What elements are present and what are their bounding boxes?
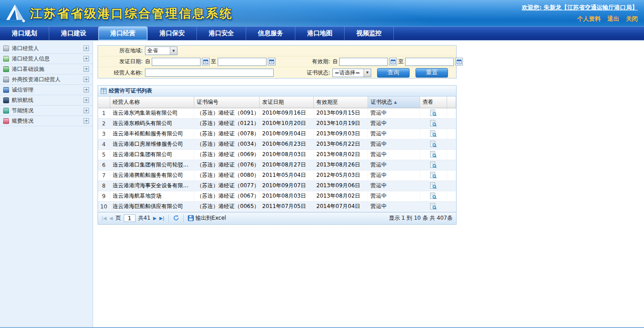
cert-status-value: =请选择= [333,69,364,77]
sidebar-item[interactable]: 外商投资港口经营人 + [0,74,93,85]
reset-button[interactable]: 重置 [415,68,448,78]
row-number: 7 [98,170,110,180]
nav-tab[interactable]: 港口建设 [49,27,98,40]
sidebar-item-label: 节能情况 [12,107,81,115]
view-button[interactable] [430,110,437,116]
row-number: 3 [98,129,110,139]
view-button[interactable] [430,141,437,148]
prev-page-button[interactable]: ◀ [109,216,113,221]
view-button[interactable] [430,203,437,210]
header-link[interactable]: 关闭 [626,15,638,23]
expand-plus-icon[interactable]: + [84,87,89,92]
nav-tab[interactable]: 港口经营 [98,27,148,40]
region-select[interactable]: 全省 ▼ [145,46,177,55]
operator-name-cell: 连云港丰裕船舶服务有限公司 [110,129,194,139]
header-link[interactable]: 个人资料 [577,15,601,23]
issue-date-from-input[interactable] [152,58,201,66]
cert-status-select[interactable]: =请选择= ▼ [332,69,371,77]
cert-status-label: 证书状态: [294,69,332,77]
calendar-icon[interactable] [389,58,397,65]
sidebar-item[interactable]: 规费情况 + [0,116,93,126]
table-row: 9 连云港海航基地货场 （苏连）港经证（0067）号 2010年08月03日 2… [98,191,456,201]
calendar-icon[interactable] [455,58,463,65]
sidebar-item-label: 港口基础设施 [12,65,81,73]
header-links: 个人资料 退出 关闭 [577,15,638,23]
license-table: 经营人名称 证书编号 发证日期 有效期至 证书状态▲ 查看 1 [98,97,456,212]
expand-plus-icon[interactable]: + [84,77,89,82]
filler-cell [447,191,456,201]
col-cert-status-label: 证书状态 [371,99,392,105]
refresh-icon[interactable] [173,215,179,222]
nav-tab[interactable]: 港口安全 [197,27,246,40]
sidebar-item[interactable]: 港口基础设施 + [0,64,93,74]
header-link[interactable]: 退出 [607,15,619,23]
issue-date-cell: 2011年07月05日 [259,201,313,212]
col-cert-no[interactable]: 证书编号 [194,97,259,108]
row-number: 6 [98,160,110,170]
row-number: 5 [98,149,110,160]
sidebar-item[interactable]: 航班航线 + [0,95,93,106]
record-count-summary: 显示 1 到 10 条 共 407条 [389,214,453,222]
view-button[interactable] [430,172,437,179]
nav-tab-label: 港口经营 [110,29,135,37]
welcome-text: 欢迎您: 朱新龙【江苏省交通运输厅港口局】 [522,4,638,12]
chevron-down-icon: ▼ [364,69,371,77]
sidebar-item[interactable]: 诚信管理 + [0,85,93,95]
view-button[interactable] [430,193,437,199]
form-row-operator: 经营人名称: 证书状态: =请选择= ▼ 查询 重置 [98,67,456,78]
divider [183,214,184,222]
expand-plus-icon[interactable]: + [84,66,89,72]
nav-tab[interactable]: 港口保安 [148,27,197,40]
first-page-button[interactable]: |◀ [102,216,107,221]
valid-until-cell: 2014年07月04日 [313,201,368,212]
view-button[interactable] [430,151,437,158]
validity-to-input[interactable] [405,58,454,66]
main-nav: 港口规划 港口建设 港口经营 港口保安 港口安全 信息服务 港口地图 [0,26,644,40]
cert-no-cell: （苏连）港经证（0121）号 [194,118,259,129]
query-button[interactable]: 查询 [377,68,410,78]
export-excel-button[interactable]: 输出到Excel [188,214,226,222]
page-number-input[interactable] [124,214,135,222]
expand-plus-icon[interactable]: + [84,118,89,124]
nav-tab-label: 港口建设 [61,29,86,37]
col-operator-name[interactable]: 经营人名称 [110,97,194,108]
sidebar: 港口经营人 + 港口经营人信息 + 港口基础设施 + 外商投资港 [0,41,93,327]
operator-name-cell: 连云港港口集团有限公司 [110,149,194,160]
view-button[interactable] [430,162,437,168]
table-icon [101,88,107,94]
expand-plus-icon[interactable]: + [84,97,89,103]
filler-cell [447,149,456,160]
sidebar-item[interactable]: 节能情况 + [0,106,93,116]
status-cell: 营运中 [368,139,420,149]
nav-tab[interactable]: 港口规划 [0,27,49,40]
validity-from-input[interactable] [339,58,388,66]
credit-icon [3,87,9,93]
calendar-icon[interactable] [202,58,210,65]
view-button[interactable] [430,182,437,189]
filler-cell [447,108,456,118]
issue-date-label: 发证日期: [98,58,145,65]
view-button[interactable] [430,130,437,137]
sidebar-item[interactable]: 港口经营人 + [0,43,93,54]
col-cert-status[interactable]: 证书状态▲ [368,97,420,108]
calendar-icon[interactable] [268,58,275,65]
issue-date-to-input[interactable] [218,58,266,66]
license-grid-panel: 经营许可证书列表 经营人名称 证书编号 发证日期 [98,85,457,225]
expand-plus-icon[interactable]: + [84,46,89,51]
filler-cell [447,170,456,180]
next-page-button[interactable]: ▶ [153,216,157,221]
col-valid-until[interactable]: 有效期至 [313,97,368,108]
col-issue-date[interactable]: 发证日期 [259,97,313,108]
nav-tab[interactable]: 港口地图 [295,27,345,40]
view-button[interactable] [430,120,437,127]
cert-no-cell: （苏连）港经证（0077）号 [194,180,259,191]
expand-plus-icon[interactable]: + [84,108,89,113]
nav-tab[interactable]: 信息服务 [246,27,295,40]
operator-name-input[interactable] [145,69,274,77]
nav-tab[interactable]: 视频监控 [345,27,394,40]
valid-until-cell: 2013年09月03日 [313,129,368,139]
expand-plus-icon[interactable]: + [84,56,89,61]
search-form: 所在地域: 全省 ▼ 发证日期: 自 至 [98,45,457,79]
last-page-button[interactable]: ▶| [159,216,164,221]
sidebar-item[interactable]: 港口经营人信息 + [0,54,93,64]
